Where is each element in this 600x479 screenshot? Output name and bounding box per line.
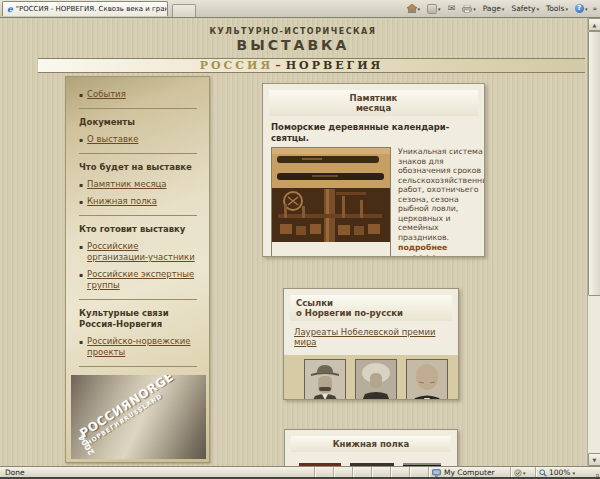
printer-icon xyxy=(462,5,472,13)
sidebar-item-organizations[interactable]: ▪ Российские организации-участники xyxy=(79,241,200,263)
links-box-header: Ссылки о Норвегии по-русски xyxy=(290,295,452,321)
bookshelf-box: Книжная полка xyxy=(284,429,458,466)
bullet-icon: ▪ xyxy=(79,241,83,263)
magnifier-icon xyxy=(539,469,547,477)
browser-tab-bar: e "РОССИЯ - НОРВЕГИЯ. Сквозь века и гран… xyxy=(0,0,600,18)
new-tab-button[interactable] xyxy=(172,4,196,17)
tab-title: "РОССИЯ - НОРВЕГИЯ. Сквозь века и границ… xyxy=(16,5,168,13)
home-button[interactable]: ▾ xyxy=(405,3,423,14)
page-menu-label: Page xyxy=(483,4,501,13)
vertical-scrollbar[interactable]: ▲ ▼ xyxy=(587,18,600,466)
zoom-dropdown-icon[interactable]: ▾ xyxy=(572,470,575,476)
page-dropdown-icon: ▾ xyxy=(502,6,505,12)
laureate-photo-elderly[interactable] xyxy=(355,359,397,400)
norway-links-box: Ссылки о Норвегии по-русски Лауреаты Ноб… xyxy=(283,288,459,400)
monument-more-link[interactable]: подробнее .....>>>>. xyxy=(398,243,484,257)
sidebar-divider xyxy=(79,299,197,300)
help-button[interactable]: ? ▾ xyxy=(573,3,590,14)
bullet-icon: ▪ xyxy=(79,336,83,358)
feeds-dropdown-icon[interactable]: ▾ xyxy=(438,6,441,12)
zone-label: My Computer xyxy=(444,468,495,477)
sidebar-heading-organizers: Кто готовит выставку xyxy=(79,224,200,235)
tools-menu-label: Tools xyxy=(546,4,564,13)
sidebar-item-monument[interactable]: ▪ Памятник месяца xyxy=(79,179,200,190)
monument-of-month-box: Памятник месяца Поморские деревянные кал… xyxy=(262,83,485,257)
banner-russia: РОССИЯ xyxy=(200,59,273,72)
tools-menu-button[interactable]: Tools ▾ xyxy=(544,3,570,14)
banner-norway: НОРВЕГИЯ xyxy=(286,59,384,72)
scroll-up-button[interactable]: ▲ xyxy=(588,18,600,31)
bullet-icon: ▪ xyxy=(79,269,83,291)
bullet-icon: ▪ xyxy=(79,89,83,100)
sidebar-heading-upcoming: Что будет на выставке xyxy=(79,162,200,173)
feeds-icon xyxy=(427,4,437,14)
sidebar-heading-cultural-ties: Культурные связи Россия-Норвегия xyxy=(79,308,200,330)
sidebar-item-bookshelf[interactable]: ▪ Книжная полка xyxy=(79,196,200,207)
site-header-line2: ВЫСТАВКА xyxy=(0,37,586,53)
sidebar-heading-documents: Документы xyxy=(79,117,200,128)
sidebar-menu: ▪ События Документы ▪ О выставке Что буд… xyxy=(66,77,209,395)
page-viewport: КУЛЬТУРНО-ИСТОРИЧЕСКАЯ ВЫСТАВКА РОССИЯ –… xyxy=(0,17,600,466)
exhibition-logo-image: РОССИЯNORGE НОРВЕГИЯRUSSLAND 2005 2004 xyxy=(71,375,206,459)
sidebar-item-about[interactable]: ▪ О выставке xyxy=(79,134,200,145)
read-mail-button[interactable]: ✉ xyxy=(446,3,458,14)
laureate-photo-nansen[interactable] xyxy=(304,359,346,400)
sidebar-divider xyxy=(79,108,197,109)
browser-tab-active[interactable]: e "РОССИЯ - НОРВЕГИЯ. Сквозь века и гран… xyxy=(2,1,168,16)
safety-menu-button[interactable]: Safety ▾ xyxy=(509,3,541,14)
command-bar: ▾ ▾ ✉ ▾ Page ▾ Safety ▾ xyxy=(405,0,597,17)
monument-description: Уникальная система знаков для обозначени… xyxy=(398,147,484,257)
ie-favicon: e xyxy=(7,5,13,14)
monument-content-row: Уникальная система знаков для обозначени… xyxy=(271,147,476,257)
wooden-calendar-image[interactable] xyxy=(271,147,391,257)
mail-icon: ✉ xyxy=(448,4,456,13)
safety-menu-label: Safety xyxy=(511,4,535,13)
home-icon xyxy=(407,4,417,13)
my-computer-icon xyxy=(432,469,441,477)
bullet-icon: ▪ xyxy=(79,196,83,207)
zone-shield-icon xyxy=(514,469,522,477)
monument-box-header: Памятник месяца xyxy=(269,90,478,116)
scroll-down-button[interactable]: ▼ xyxy=(588,453,600,466)
browser-window: e "РОССИЯ - НОРВЕГИЯ. Сквозь века и гран… xyxy=(0,0,600,479)
sidebar: ▪ События Документы ▪ О выставке Что буд… xyxy=(65,76,210,463)
safety-dropdown-icon: ▾ xyxy=(536,6,539,12)
zone-dropdown-icon[interactable]: ▾ xyxy=(523,470,526,476)
home-dropdown-icon[interactable]: ▾ xyxy=(418,6,421,12)
tools-dropdown-icon: ▾ xyxy=(565,6,568,12)
banner-dash: – xyxy=(275,59,284,72)
site-banner: РОССИЯ – НОРВЕГИЯ xyxy=(38,58,585,73)
bookshelf-header: Книжная полка xyxy=(291,436,451,452)
bullet-icon: ▪ xyxy=(79,134,83,145)
laureate-photo-gorbachev[interactable] xyxy=(406,359,448,400)
sidebar-divider xyxy=(79,153,197,154)
print-dropdown-icon[interactable]: ▾ xyxy=(473,6,476,12)
sidebar-divider xyxy=(79,366,197,367)
sidebar-divider xyxy=(79,215,197,216)
sidebar-item-projects[interactable]: ▪ Российско-норвежские проекты xyxy=(79,336,200,358)
sidebar-item-events[interactable]: ▪ События xyxy=(79,89,200,100)
scrollbar-thumb[interactable] xyxy=(588,31,600,296)
monument-title: Поморские деревянные календари-святцы. xyxy=(271,122,476,144)
feeds-button[interactable]: ▾ xyxy=(425,3,443,15)
logo-rotated-text: РОССИЯNORGE НОРВЕГИЯRUSSLAND 2005 2004 xyxy=(77,375,206,446)
help-icon: ? xyxy=(575,4,584,13)
bullet-icon: ▪ xyxy=(79,179,83,190)
print-button[interactable]: ▾ xyxy=(460,4,478,14)
page-menu-button[interactable]: Page ▾ xyxy=(481,3,507,14)
status-text: Done xyxy=(0,468,314,477)
zoom-level-label: 100% xyxy=(549,468,570,477)
toolbar-overflow-button[interactable]: » xyxy=(592,4,597,13)
nobel-laureates-link[interactable]: Лауреаты Нобелевской премии мира xyxy=(294,327,448,347)
help-dropdown-icon: ▾ xyxy=(585,6,588,12)
site-header-line1: КУЛЬТУРНО-ИСТОРИЧЕСКАЯ xyxy=(0,27,586,36)
laureates-photo-band xyxy=(284,355,458,400)
sidebar-item-expert-groups[interactable]: ▪ Российские экспертные группы xyxy=(79,269,200,291)
